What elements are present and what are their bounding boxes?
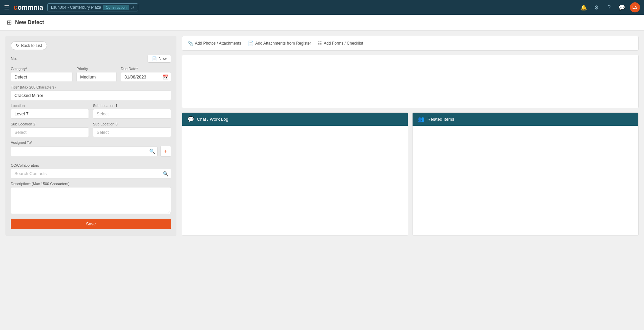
due-date-group: Due Date* 📅 [121, 67, 171, 82]
location-group: Location [11, 104, 89, 119]
chat-panel: 💬 Chat / Work Log [182, 112, 408, 236]
cc-input[interactable] [11, 169, 171, 178]
assigned-to-group: Assigned To* 🔍 + [11, 141, 171, 160]
category-group: Category* [11, 67, 72, 82]
page-header: ⊞ New Defect [0, 15, 644, 31]
defect-form-panel: ↻ Back to List No. 📄 New Category* Prior… [5, 36, 176, 236]
logo: c ommnia [13, 3, 43, 12]
chat-panel-header: 💬 Chat / Work Log [182, 113, 408, 126]
chat-panel-title: Chat / Work Log [197, 117, 228, 122]
add-forms-label: Add Forms / Checklist [324, 41, 363, 46]
due-date-input-wrap: 📅 [121, 72, 171, 82]
add-forms-link[interactable]: ☷ Add Forms / Checklist [318, 41, 363, 46]
save-button[interactable]: Save [11, 219, 171, 229]
no-label: No. [11, 56, 17, 61]
description-label: Description* (Max 1500 Characters) [11, 182, 171, 186]
priority-label: Priority [76, 67, 117, 71]
new-button[interactable]: 📄 New [148, 55, 171, 63]
related-panel: 👥 Related Items [412, 112, 639, 236]
top-navigation: ☰ c ommnia Lsun004 - Canterbury Plaza Co… [0, 0, 644, 15]
attachments-row: 📎 Add Photos / Attachments 📄 Add Attachm… [182, 36, 639, 51]
sub-location1-label: Sub Location 1 [93, 104, 171, 108]
page-header-icon: ⊞ [7, 19, 12, 26]
cc-search-icon: 🔍 [163, 171, 168, 176]
assigned-search-icon: 🔍 [149, 149, 155, 154]
sub-location2-label: Sub Location 2 [11, 122, 89, 126]
assigned-to-label: Assigned To* [11, 141, 171, 145]
nav-left: ☰ c ommnia Lsun004 - Canterbury Plaza Co… [4, 3, 138, 12]
hamburger-menu[interactable]: ☰ [4, 4, 9, 11]
location-input[interactable] [11, 109, 89, 119]
assigned-to-input[interactable] [11, 147, 158, 156]
calendar-icon: 📅 [163, 74, 168, 80]
register-icon: 📄 [248, 41, 254, 46]
category-priority-duedate-row: Category* Priority Due Date* 📅 [11, 67, 171, 82]
title-input[interactable] [11, 91, 171, 100]
help-icon[interactable]: ? [604, 3, 614, 12]
nav-right: 🔔 ⚙ ? 💬 LS [579, 2, 640, 12]
settings-icon[interactable]: ⚙ [592, 3, 601, 12]
sub-location3-label: Sub Location 3 [93, 122, 171, 126]
sub-location2-group: Sub Location 2 [11, 122, 89, 137]
related-header-icon: 👥 [418, 116, 425, 122]
assigned-input-wrap: 🔍 [11, 147, 158, 156]
swap-icon: ⇄ [131, 5, 135, 10]
project-selector[interactable]: Lsun004 - Canterbury Plaza Construction … [47, 3, 138, 11]
new-button-label: New [159, 56, 167, 61]
location-sublocation1-row: Location Sub Location 1 [11, 104, 171, 119]
assigned-to-row: 🔍 + [11, 146, 171, 157]
priority-group: Priority [76, 67, 117, 82]
priority-input[interactable] [76, 72, 117, 82]
sub-location3-group: Sub Location 3 [93, 122, 171, 137]
back-arrow-icon: ↻ [16, 43, 19, 48]
add-register-label: Add Attachments from Register [255, 41, 311, 46]
location-label: Location [11, 104, 89, 108]
chat-header-icon: 💬 [187, 116, 194, 122]
main-layout: ↻ Back to List No. 📄 New Category* Prior… [0, 31, 644, 241]
category-input[interactable] [11, 72, 72, 82]
sublocation2-sublocation3-row: Sub Location 2 Sub Location 3 [11, 122, 171, 137]
sub-location1-group: Sub Location 1 [93, 104, 171, 119]
related-panel-header: 👥 Related Items [413, 113, 638, 126]
description-textarea[interactable] [11, 187, 171, 214]
due-date-label: Due Date* [121, 67, 171, 71]
related-panel-body [413, 126, 638, 134]
category-label: Category* [11, 67, 72, 71]
forms-icon: ☷ [318, 41, 322, 46]
description-group: Description* (Max 1500 Characters) Save [11, 182, 171, 230]
no-row: No. 📄 New [11, 55, 171, 63]
logo-text: ommnia [17, 4, 43, 11]
title-label: Title* (Max 200 Characters) [11, 85, 171, 89]
photo-icon: 📎 [187, 41, 193, 46]
project-name: Lsun004 - Canterbury Plaza [51, 5, 101, 10]
user-avatar[interactable]: LS [630, 2, 640, 12]
photo-area [182, 55, 639, 108]
related-panel-title: Related Items [427, 117, 454, 122]
cc-group: CC/Collaborators 🔍 [11, 163, 171, 178]
title-group: Title* (Max 200 Characters) [11, 85, 171, 100]
page-title: New Defect [15, 19, 44, 25]
cc-label: CC/Collaborators [11, 163, 171, 167]
file-icon: 📄 [152, 56, 157, 61]
sub-location2-input[interactable] [11, 127, 89, 137]
add-register-link[interactable]: 📄 Add Attachments from Register [248, 41, 311, 46]
logo-icon: c [13, 3, 17, 12]
add-assigned-button[interactable]: + [160, 146, 171, 157]
chat-icon[interactable]: 💬 [617, 3, 627, 12]
add-photos-label: Add Photos / Attachments [195, 41, 241, 46]
back-button-label: Back to List [21, 43, 42, 48]
add-photos-link[interactable]: 📎 Add Photos / Attachments [187, 41, 241, 46]
bottom-panels: 💬 Chat / Work Log 👥 Related Items [182, 112, 639, 236]
chat-panel-body [182, 126, 408, 134]
project-type-badge: Construction [103, 5, 129, 10]
cc-input-wrap: 🔍 [11, 169, 171, 178]
notifications-icon[interactable]: 🔔 [579, 3, 588, 12]
sub-location1-input[interactable] [93, 109, 171, 119]
right-panel: 📎 Add Photos / Attachments 📄 Add Attachm… [182, 36, 639, 236]
back-to-list-button[interactable]: ↻ Back to List [11, 41, 47, 50]
sub-location3-input[interactable] [93, 127, 171, 137]
